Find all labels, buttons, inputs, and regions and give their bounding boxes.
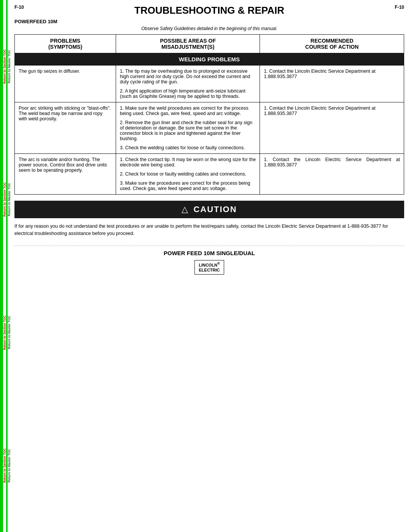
section-heading: POWERFEED 10M (14, 19, 404, 24)
caution-box: △ CAUTION (14, 201, 404, 218)
page-title: TROUBLESHOOTING & REPAIR (24, 5, 395, 16)
misadj-2: 1. Make sure the weld procedures are cor… (116, 102, 260, 154)
toc-section-1[interactable]: Return to Section TOC (3, 48, 6, 85)
toc-section-2[interactable]: Return to Section TOC (3, 181, 6, 217)
toc-master-1[interactable]: Return to Master TOC (7, 49, 11, 84)
logo-line2: ELECTRIC (199, 267, 220, 273)
lincoln-logo: LINCOLN® ELECTRIC (14, 260, 404, 275)
problem-2: Poor arc striking with sticking or "blas… (15, 102, 116, 154)
problem-3: The arc is variable and/or hunting. The … (15, 154, 116, 195)
caution-paragraph: If for any reason you do not understand … (14, 223, 404, 237)
col-header-action: RECOMMENDEDCOURSE OF ACTION (260, 35, 404, 53)
toc-master-2[interactable]: Return to Master TOC (7, 182, 11, 217)
col-header-misadj: POSSIBLE AREAS OFMISADJUSTMENT(S) (116, 35, 260, 53)
footer-title: POWER FEED 10M SINGLE/DUAL (14, 250, 404, 256)
caution-label: CAUTION (193, 204, 237, 214)
lincoln-logo-box: LINCOLN® ELECTRIC (194, 260, 224, 275)
toc-section-4[interactable]: Return to Section TOC (3, 447, 6, 484)
welding-problems-header: WELDING PROBLEMS (15, 53, 404, 66)
safety-note: Observe Safety Guidelines detailed in th… (14, 26, 404, 31)
action-1: 1. Contact the Lincoln Electric Service … (260, 66, 404, 102)
table-row: The gun tip seizes in diffuser. 1. The t… (15, 66, 404, 102)
divider (14, 246, 404, 246)
page-number-right: F-10 (395, 5, 404, 10)
page-number-left: F-10 (14, 5, 24, 10)
problem-1: The gun tip seizes in diffuser. (15, 66, 116, 102)
table-row: Poor arc striking with sticking or "blas… (15, 102, 404, 154)
toc-master-3[interactable]: Return to Master TOC (7, 315, 11, 350)
welding-problems-label: WELDING PROBLEMS (15, 53, 404, 66)
toc-section-3[interactable]: Return to Section TOC (3, 315, 6, 351)
troubleshooting-table: PROBLEMS(SYMPTOMS) POSSIBLE AREAS OFMISA… (14, 34, 404, 195)
col-header-problems: PROBLEMS(SYMPTOMS) (15, 35, 116, 53)
logo-line1: LINCOLN® (199, 262, 220, 268)
reg-mark: ® (217, 262, 220, 265)
table-row: The arc is variable and/or hunting. The … (15, 154, 404, 195)
action-3: 1. Contact the Lincoln Electric Service … (260, 154, 404, 195)
misadj-1: 1. The tip may be overheating due to pro… (116, 66, 260, 102)
caution-icon: △ (182, 204, 188, 214)
toc-master-4[interactable]: Return to Master TOC (7, 448, 11, 483)
misadj-3: 1. Check the contact tip. It may be worn… (116, 154, 260, 195)
action-2: 1. Contact the Lincoln Electric Service … (260, 102, 404, 154)
